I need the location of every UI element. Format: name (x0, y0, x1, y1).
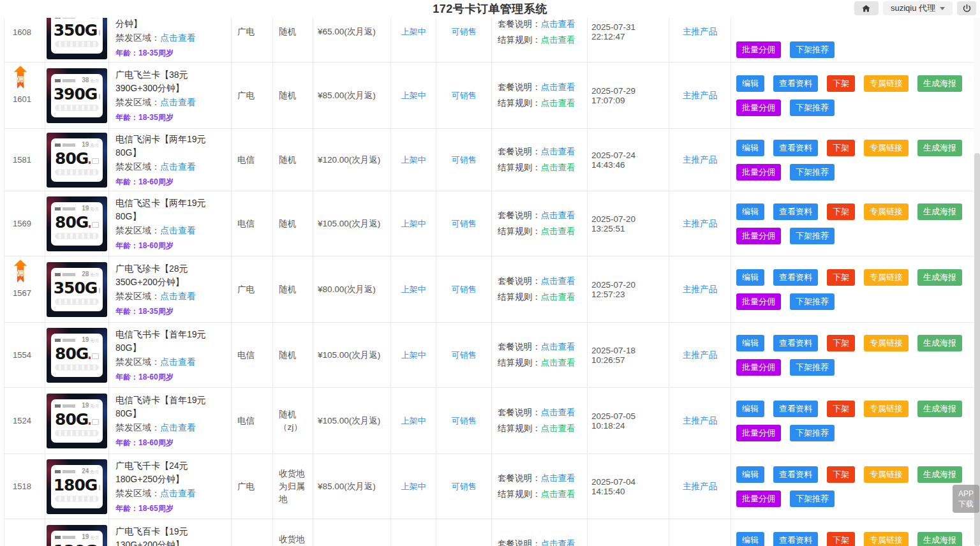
view-info-button[interactable]: 查看资料 (773, 203, 818, 220)
off-shelf-button[interactable]: 下架 (827, 466, 855, 483)
cell-carrier: 电信 (232, 388, 273, 454)
main-push-link[interactable]: 主推产品 (683, 154, 717, 166)
generate-poster-button[interactable]: 生成海报 (917, 269, 962, 286)
edit-button[interactable]: 编辑 (736, 401, 764, 417)
off-shelf-button[interactable]: 下架 (827, 140, 855, 156)
batch-commission-button[interactable]: 批量分佣 (736, 359, 781, 376)
off-shelf-button[interactable]: 下架 (827, 532, 855, 546)
forbidden-view-link[interactable]: 点击查看 (160, 422, 196, 432)
settle-rule-view-link[interactable]: 点击查看 (541, 98, 575, 108)
forbidden-view-link[interactable]: 点击查看 (160, 357, 196, 367)
generate-poster-button[interactable]: 生成海报 (917, 532, 962, 546)
exclusive-link-button[interactable]: 专属链接 (864, 401, 909, 417)
view-info-button[interactable]: 查看资料 (773, 269, 818, 286)
sim-card-image: 元/月 350G (47, 18, 107, 59)
exclusive-link-button[interactable]: 专属链接 (864, 140, 909, 156)
exclusive-link-button[interactable]: 专属链接 (864, 203, 909, 220)
cell-main-push: 主推产品 (669, 323, 731, 387)
package-desc-view-link[interactable]: 点击查看 (541, 539, 575, 546)
settle-rule-label: 结算规则： (498, 98, 541, 108)
package-desc-view-link[interactable]: 点击查看 (541, 408, 575, 417)
generate-poster-button[interactable]: 生成海报 (917, 203, 962, 220)
batch-commission-button[interactable]: 批量分佣 (736, 293, 781, 310)
edit-button[interactable]: 编辑 (736, 532, 764, 546)
batch-commission-button[interactable]: 批量分佣 (736, 491, 781, 507)
age-value: 18-35周岁 (138, 113, 174, 122)
edit-button[interactable]: 编辑 (736, 466, 764, 483)
generate-poster-button[interactable]: 生成海报 (917, 335, 962, 351)
package-desc-view-link[interactable]: 点击查看 (541, 147, 575, 156)
remove-recommend-button[interactable]: 下架推荐 (790, 293, 835, 310)
user-menu-button[interactable]: suziqiu 代理 (883, 1, 953, 15)
exclusive-link-button[interactable]: 专属链接 (864, 269, 909, 286)
package-desc-view-link[interactable]: 点击查看 (541, 82, 575, 92)
card-red-dot (89, 161, 91, 164)
batch-commission-button[interactable]: 批量分佣 (736, 41, 781, 58)
edit-button[interactable]: 编辑 (736, 335, 764, 351)
remove-recommend-button[interactable]: 下架推荐 (790, 425, 835, 441)
forbidden-view-link[interactable]: 点击查看 (160, 225, 196, 235)
view-info-button[interactable]: 查看资料 (773, 466, 818, 483)
forbidden-view-link[interactable]: 点击查看 (160, 488, 196, 498)
batch-commission-button[interactable]: 批量分佣 (736, 100, 781, 116)
edit-button[interactable]: 编辑 (736, 140, 764, 156)
package-desc-view-link[interactable]: 点击查看 (541, 19, 575, 29)
settle-rule-view-link[interactable]: 点击查看 (541, 226, 575, 236)
off-shelf-button[interactable]: 下架 (827, 75, 855, 92)
settle-rule-view-link[interactable]: 点击查看 (541, 424, 575, 433)
off-shelf-button[interactable]: 下架 (827, 269, 855, 286)
settle-rule-view-link[interactable]: 点击查看 (541, 163, 575, 172)
batch-commission-button[interactable]: 批量分佣 (736, 164, 781, 181)
main-push-link[interactable]: 主推产品 (683, 218, 717, 230)
generate-poster-button[interactable]: 生成海报 (917, 75, 962, 92)
view-info-button[interactable]: 查看资料 (773, 75, 818, 92)
edit-button[interactable]: 编辑 (736, 75, 764, 92)
remove-recommend-button[interactable]: 下架推荐 (790, 164, 835, 181)
remove-recommend-button[interactable]: 下架推荐 (790, 491, 835, 507)
generate-poster-button[interactable]: 生成海报 (917, 140, 962, 156)
cell-sale-status: 可销售 (436, 18, 492, 63)
forbidden-view-link[interactable]: 点击查看 (160, 161, 196, 172)
edit-button[interactable]: 编辑 (736, 203, 764, 220)
batch-commission-button[interactable]: 批量分佣 (736, 228, 781, 244)
main-push-link[interactable]: 主推产品 (683, 284, 717, 295)
off-shelf-button[interactable]: 下架 (827, 335, 855, 351)
forbidden-view-link[interactable]: 点击查看 (160, 97, 196, 107)
settle-rule-view-link[interactable]: 点击查看 (541, 35, 575, 45)
home-button[interactable] (854, 1, 879, 15)
view-info-button[interactable]: 查看资料 (773, 532, 818, 546)
exclusive-link-button[interactable]: 专属链接 (864, 75, 909, 92)
exclusive-link-button[interactable]: 专属链接 (864, 335, 909, 351)
off-shelf-button[interactable]: 下架 (827, 203, 855, 220)
forbidden-view-link[interactable]: 点击查看 (160, 291, 196, 301)
remove-recommend-button[interactable]: 下架推荐 (790, 100, 835, 116)
remove-recommend-button[interactable]: 下架推荐 (790, 228, 835, 244)
view-info-button[interactable]: 查看资料 (773, 140, 818, 156)
remove-recommend-button[interactable]: 下架推荐 (790, 41, 835, 58)
remove-recommend-button[interactable]: 下架推荐 (790, 359, 835, 376)
settle-rule-view-link[interactable]: 点击查看 (541, 292, 575, 302)
edit-button[interactable]: 编辑 (736, 269, 764, 286)
package-desc-view-link[interactable]: 点击查看 (541, 276, 575, 286)
forbidden-view-link[interactable]: 点击查看 (160, 33, 196, 43)
batch-commission-button[interactable]: 批量分佣 (736, 425, 781, 441)
main-push-link[interactable]: 主推产品 (683, 481, 717, 492)
main-push-link[interactable]: 主推产品 (683, 415, 717, 427)
package-desc-view-link[interactable]: 点击查看 (541, 473, 575, 483)
off-shelf-button[interactable]: 下架 (827, 401, 855, 417)
view-info-button[interactable]: 查看资料 (773, 401, 818, 417)
generate-poster-button[interactable]: 生成海报 (917, 466, 962, 483)
main-push-link[interactable]: 主推产品 (683, 90, 717, 101)
package-desc-view-link[interactable]: 点击查看 (541, 210, 575, 220)
settle-rule-view-link[interactable]: 点击查看 (541, 489, 575, 499)
logout-button[interactable] (957, 1, 976, 15)
main-push-link[interactable]: 主推产品 (683, 350, 717, 361)
exclusive-link-button[interactable]: 专属链接 (864, 532, 909, 546)
main-push-link[interactable]: 主推产品 (683, 26, 717, 38)
package-desc-view-link[interactable]: 点击查看 (541, 342, 575, 351)
generate-poster-button[interactable]: 生成海报 (917, 401, 962, 417)
exclusive-link-button[interactable]: 专属链接 (864, 466, 909, 483)
settle-rule-view-link[interactable]: 点击查看 (541, 358, 575, 367)
view-info-button[interactable]: 查看资料 (773, 335, 818, 351)
app-download-button[interactable]: APP 下载 (953, 485, 979, 513)
